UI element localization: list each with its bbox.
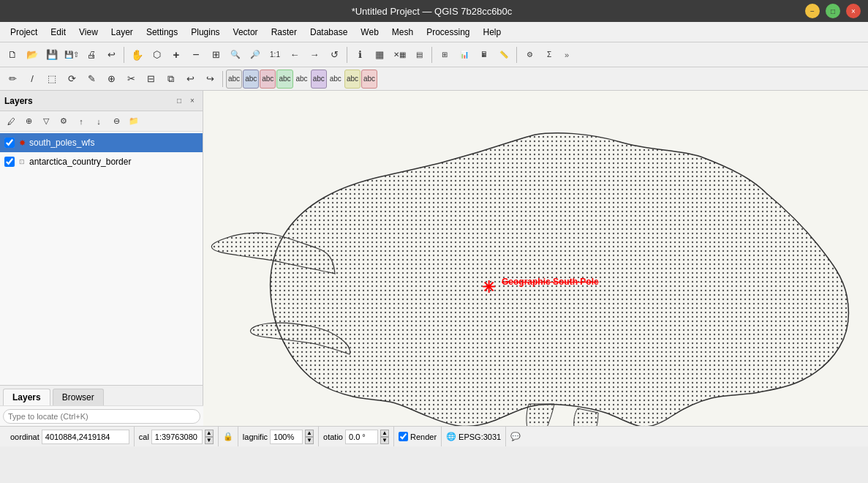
separator-2: [347, 47, 347, 63]
open-layer-style-button[interactable]: 🖊: [3, 113, 19, 130]
menu-item-layer[interactable]: Layer: [105, 25, 139, 40]
zoom-extent-button[interactable]: ⊞: [206, 45, 225, 64]
zoom-native-button[interactable]: 1:1: [265, 45, 284, 64]
maximize-button[interactable]: □: [826, 4, 840, 18]
select-all-button[interactable]: ▤: [410, 45, 429, 64]
cut-features-button[interactable]: ✂: [121, 70, 140, 89]
filter-layer-button[interactable]: ▽: [38, 113, 54, 130]
close-button[interactable]: ×: [846, 4, 861, 18]
menu-item-edit[interactable]: Edit: [45, 25, 72, 40]
pan-map-button[interactable]: ⬡: [147, 45, 166, 64]
remove-layer-button[interactable]: ⊖: [108, 113, 124, 130]
layers-float-button[interactable]: □: [173, 95, 185, 107]
save-button[interactable]: 💾: [42, 45, 61, 64]
menu-item-view[interactable]: View: [73, 25, 104, 40]
menu-item-raster[interactable]: Raster: [265, 25, 303, 40]
label-tool8-button[interactable]: abc: [344, 70, 361, 89]
menu-item-plugins[interactable]: Plugins: [185, 25, 225, 40]
add-group-button[interactable]: 📁: [126, 113, 142, 130]
lock-section[interactable]: 🔒: [219, 427, 238, 446]
delete-ring-button[interactable]: ⊟: [141, 70, 160, 89]
zoom-next-button[interactable]: →: [305, 45, 324, 64]
layer-item-antarctica[interactable]: ⊡ antarctica_country_border: [0, 152, 203, 171]
window-title: *Untitled Project — QGIS 7b28cc6b0c: [59, 6, 805, 17]
layer-checkbox-south-poles[interactable]: [4, 138, 15, 148]
scale-input[interactable]: [151, 430, 203, 444]
move-layer-up-button[interactable]: ↑: [73, 113, 89, 130]
zoom-selected-button[interactable]: 🔎: [246, 45, 265, 64]
menu-item-project[interactable]: Project: [4, 25, 43, 40]
vertex-tool-button[interactable]: ✎: [82, 70, 101, 89]
new-project-button[interactable]: 🗋: [3, 45, 22, 64]
copy-features-button[interactable]: ⧉: [161, 70, 180, 89]
zoom-layer-button[interactable]: 🔍: [226, 45, 245, 64]
label-tool2-button[interactable]: abc: [243, 70, 259, 89]
zoom-last-button[interactable]: ←: [285, 45, 304, 64]
toolbar-main: 🗋 📂 💾 💾⇧ 🖨 ↩ ✋ ⬡ + − ⊞ 🔍 🔎 1:1 ← → ↺ ℹ ▦…: [0, 42, 868, 67]
open-attr-table-button[interactable]: ⊞: [435, 45, 454, 64]
plugins-button[interactable]: ⚙: [520, 45, 539, 64]
open-project-button[interactable]: 📂: [23, 45, 42, 64]
menu-item-settings[interactable]: Settings: [140, 25, 184, 40]
identify-button[interactable]: ℹ: [350, 45, 369, 64]
label-tool5-button[interactable]: abc: [294, 70, 310, 89]
more-tools-button[interactable]: »: [559, 45, 574, 64]
filter2-button[interactable]: ⚙: [56, 113, 72, 130]
save-edits-button[interactable]: /: [23, 70, 42, 89]
coordinate-input[interactable]: [42, 430, 129, 444]
menu-item-web[interactable]: Web: [355, 25, 384, 40]
deselect-button[interactable]: ✕▦: [390, 45, 409, 64]
add-layer-button[interactable]: ⊕: [20, 113, 37, 130]
locate-input[interactable]: [3, 409, 200, 424]
move-layer-down-button[interactable]: ↓: [91, 113, 107, 130]
rotation-input[interactable]: [345, 430, 378, 444]
undo-button[interactable]: ↩: [102, 45, 121, 64]
refresh-button[interactable]: ↺: [325, 45, 344, 64]
minimize-button[interactable]: −: [805, 4, 820, 18]
python-button[interactable]: Σ: [540, 45, 559, 64]
label-tool7-button[interactable]: abc: [328, 70, 344, 89]
add-ring-button[interactable]: ⊕: [102, 70, 121, 89]
layer-checkbox-antarctica[interactable]: [4, 157, 15, 167]
render-section[interactable]: Render: [394, 427, 442, 446]
tab-layers[interactable]: Layers: [3, 389, 50, 405]
rotation-up-button[interactable]: ▲: [380, 430, 389, 437]
render-checkbox[interactable]: [399, 432, 408, 441]
menu-item-vector[interactable]: Vector: [227, 25, 264, 40]
layer-item-south-poles[interactable]: ✸ south_poles_wfs: [0, 133, 203, 152]
magnify-up-button[interactable]: ▲: [305, 430, 314, 437]
toggle-edit-button[interactable]: ✏: [3, 70, 22, 89]
stat-button[interactable]: 📊: [455, 45, 474, 64]
layers-close-button[interactable]: ×: [186, 95, 198, 107]
menu-item-processing[interactable]: Processing: [420, 25, 475, 40]
label-tool6-button[interactable]: abc: [311, 70, 327, 89]
digitize3-button[interactable]: ⟳: [62, 70, 81, 89]
pan-tool-button[interactable]: ✋: [127, 45, 146, 64]
zoom-in-button[interactable]: +: [167, 45, 186, 64]
menu-item-help[interactable]: Help: [478, 25, 507, 40]
field-calc-button[interactable]: 🖩: [475, 45, 494, 64]
tab-browser[interactable]: Browser: [53, 389, 104, 405]
crs-section[interactable]: 🌐 EPSG:3031: [442, 427, 506, 446]
add-feature-button[interactable]: ⬚: [42, 70, 61, 89]
redo-edit-button[interactable]: ↪: [200, 70, 219, 89]
menu-item-database[interactable]: Database: [304, 25, 353, 40]
label-tool9-button[interactable]: abc: [361, 70, 377, 89]
scale-down-button[interactable]: ▼: [205, 437, 214, 444]
message-section[interactable]: 💬: [506, 427, 525, 446]
save-as-button[interactable]: 💾⇧: [62, 45, 81, 64]
select-feature-button[interactable]: ▦: [370, 45, 389, 64]
magnify-down-button[interactable]: ▼: [305, 437, 314, 444]
scale-up-button[interactable]: ▲: [205, 430, 214, 437]
label-tool-button[interactable]: abc: [226, 70, 242, 89]
menu-item-mesh[interactable]: Mesh: [386, 25, 419, 40]
label-tool3-button[interactable]: abc: [260, 70, 276, 89]
magnify-input[interactable]: [270, 430, 303, 444]
print-button[interactable]: 🖨: [82, 45, 101, 64]
rotation-down-button[interactable]: ▼: [380, 437, 389, 444]
measure-button[interactable]: 📏: [494, 45, 513, 64]
label-tool4-button[interactable]: abc: [276, 70, 293, 89]
undo-edit-button[interactable]: ↩: [181, 70, 200, 89]
map-area[interactable]: ✳ Geographic South Pole: [203, 91, 868, 426]
zoom-out-button[interactable]: −: [186, 45, 205, 64]
